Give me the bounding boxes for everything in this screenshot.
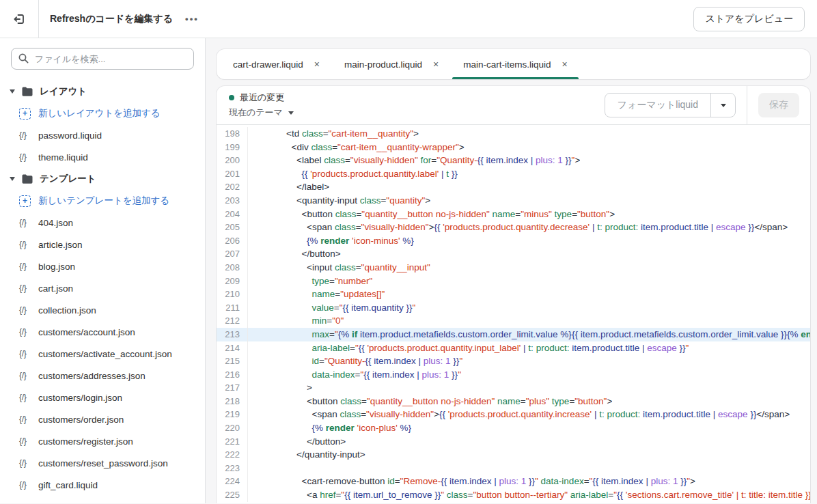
line-number: 210 <box>217 288 248 301</box>
code-line[interactable]: 213 max="{% if item.product.metafields.c… <box>217 328 810 341</box>
code-line[interactable]: 208 <input class="quantity__input" <box>217 261 810 275</box>
file-tree: レイアウト+新しいレイアウトを追加する{/}password.liquid{/}… <box>0 81 205 496</box>
code-file-icon: {/} <box>19 262 34 271</box>
file-search <box>11 48 194 70</box>
code-line[interactable]: 210 name="updates[]" <box>217 288 810 301</box>
close-tab-icon[interactable]: × <box>314 59 320 69</box>
add-file-row[interactable]: +新しいレイアウトを追加する <box>0 102 205 124</box>
file-row[interactable]: {/}customers/activate_account.json <box>0 343 205 365</box>
format-options-dropdown[interactable] <box>710 94 735 117</box>
save-button[interactable]: 保存 <box>758 93 799 117</box>
code-line[interactable]: 211 value="{{ item.quantity }}" <box>217 301 810 315</box>
file-row[interactable]: {/}collection.json <box>0 299 205 321</box>
open-file-tabs: cart-drawer.liquid×main-product.liquid×m… <box>217 49 810 79</box>
file-row[interactable]: {/}404.json <box>0 212 205 234</box>
line-number: 215 <box>217 354 248 368</box>
file-row[interactable]: {/}customers/addresses.json <box>0 365 205 387</box>
preview-store-button[interactable]: ストアをプレビュー <box>693 7 805 31</box>
line-number: 203 <box>217 194 248 208</box>
code-line[interactable]: 223 <box>217 462 810 475</box>
code-line[interactable]: 215 id="Quantity-{{ item.index | plus: 1… <box>217 354 810 368</box>
add-file-row[interactable]: +新しいテンプレートを追加する <box>0 190 205 212</box>
code-line[interactable]: 199 <div class="cart-item__quantity-wrap… <box>217 141 810 154</box>
folder-row[interactable]: レイアウト <box>0 81 205 102</box>
code-line[interactable]: 216 data-index="{{ item.index | plus: 1 … <box>217 368 810 382</box>
file-tab[interactable]: main-product.liquid× <box>332 49 451 79</box>
line-source: <td class="cart-item__quantity"> <box>248 127 419 141</box>
code-file-icon: {/} <box>19 152 34 162</box>
code-line[interactable]: 220 {% render 'icon-plus' %} <box>217 421 810 435</box>
code-line[interactable]: 200 <label class="visually-hidden" for="… <box>217 154 810 167</box>
line-source: value="{{ item.quantity }}" <box>248 301 415 315</box>
exit-code-editor-button[interactable] <box>8 8 30 30</box>
code-line[interactable]: 218 <button class="quantity__button no-j… <box>217 395 810 408</box>
file-row[interactable]: {/}article.json <box>0 234 205 255</box>
overflow-menu-button[interactable]: ••• <box>185 14 199 24</box>
file-row[interactable]: {/}customers/register.json <box>0 430 205 452</box>
file-row[interactable]: {/}theme.liquid <box>0 146 205 168</box>
file-row[interactable]: {/}customers/order.json <box>0 408 205 430</box>
code-line[interactable]: 217 > <box>217 381 810 395</box>
folder-caret-icon <box>10 177 15 181</box>
add-plus-icon: + <box>19 108 31 120</box>
code-line[interactable]: 205 <span class="visually-hidden">{{ 'pr… <box>217 221 810 234</box>
file-tab[interactable]: cart-drawer.liquid× <box>221 49 332 79</box>
top-bar: Refreshのコードを編集する ••• ストアをプレビュー <box>0 0 817 38</box>
code-line[interactable]: 214 aria-label="{{ 'products.product.qua… <box>217 341 810 355</box>
close-tab-icon[interactable]: × <box>562 59 568 69</box>
code-line[interactable]: 209 type="number" <box>217 275 810 288</box>
folder-caret-icon <box>10 89 15 94</box>
line-number: 202 <box>217 180 248 194</box>
line-source: max="{% if item.product.metafields.custo… <box>248 328 810 341</box>
line-number: 213 <box>217 328 248 341</box>
file-tab[interactable]: main-cart-items.liquid× <box>451 49 579 79</box>
code-line[interactable]: 224 <cart-remove-button id="Remove-{{ it… <box>217 475 810 488</box>
search-icon <box>18 53 29 64</box>
line-source: <quantity-input class="quantity"> <box>248 194 430 208</box>
folder-row[interactable]: テンプレート <box>0 168 205 190</box>
code-line[interactable]: 201 {{ 'products.product.quantity.label'… <box>217 167 810 181</box>
file-row[interactable]: {/}blog.json <box>0 255 205 277</box>
file-sidebar: レイアウト+新しいレイアウトを追加する{/}password.liquid{/}… <box>0 38 206 503</box>
line-number: 205 <box>217 221 248 234</box>
code-line[interactable]: 203 <quantity-input class="quantity"> <box>217 194 810 208</box>
line-number: 211 <box>217 301 248 315</box>
line-number: 207 <box>217 247 248 261</box>
version-status: 最近の変更 現在のテーマ <box>217 92 294 119</box>
code-line[interactable]: 225 <a href="{{ item.url_to_remove }}" c… <box>217 488 810 502</box>
file-row[interactable]: {/}cart.json <box>0 277 205 299</box>
code-line[interactable]: 219 <span class="visually-hidden">{{ 'pr… <box>217 408 810 421</box>
line-number: 201 <box>217 167 248 181</box>
code-line[interactable]: 207 </button> <box>217 247 810 261</box>
format-liquid-button[interactable]: フォーマットliquid <box>605 94 710 117</box>
file-row[interactable]: {/}gift_card.liquid <box>0 474 205 496</box>
line-source: </button> <box>248 247 341 261</box>
exit-icon <box>12 12 26 26</box>
line-source: <span class="visually-hidden">{{ 'produc… <box>248 221 788 234</box>
close-tab-icon[interactable]: × <box>433 59 439 69</box>
code-editor[interactable]: 198 <td class="cart-item__quantity">199 … <box>217 125 810 503</box>
line-source: </quantity-input> <box>248 448 365 462</box>
line-number: 224 <box>217 475 248 488</box>
file-row[interactable]: {/}customers/login.json <box>0 387 205 408</box>
code-line[interactable]: 198 <td class="cart-item__quantity"> <box>217 127 810 141</box>
code-line[interactable]: 206 {% render 'icon-minus' %} <box>217 234 810 248</box>
line-source: </label> <box>248 180 329 194</box>
code-line[interactable]: 202 </label> <box>217 180 810 194</box>
code-line[interactable]: 204 <button class="quantity__button no-j… <box>217 208 810 221</box>
search-input[interactable] <box>11 48 194 70</box>
file-row[interactable]: {/}password.liquid <box>0 124 205 146</box>
line-number: 200 <box>217 154 248 167</box>
file-row[interactable]: {/}customers/account.json <box>0 321 205 343</box>
folder-icon <box>21 86 33 97</box>
line-source: type="number" <box>248 275 372 288</box>
line-number: 217 <box>217 381 248 395</box>
code-line[interactable]: 222 </quantity-input> <box>217 448 810 462</box>
code-line[interactable]: 221 </button> <box>217 435 810 449</box>
theme-version-selector[interactable]: 現在のテーマ <box>229 107 294 119</box>
line-source: data-index="{{ item.index | plus: 1 }}" <box>248 368 461 382</box>
line-source: <label class="visually-hidden" for="Quan… <box>248 154 580 167</box>
line-number: 216 <box>217 368 248 382</box>
code-line[interactable]: 212 min="0" <box>217 314 810 328</box>
file-row[interactable]: {/}customers/reset_password.json <box>0 452 205 474</box>
